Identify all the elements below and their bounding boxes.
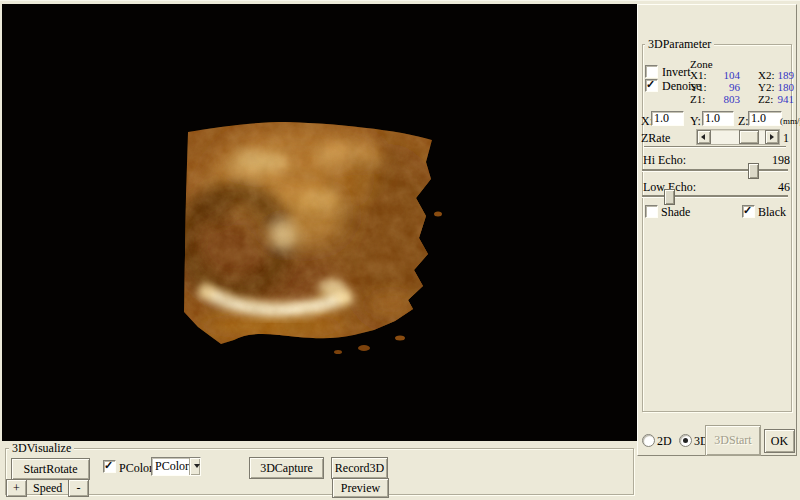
mode-2d-label: 2D <box>657 435 672 447</box>
speed-label: Speed <box>33 482 62 494</box>
ultrasound-3d-render <box>2 4 637 441</box>
ultrasound-volume <box>172 109 448 359</box>
invert-checkbox[interactable] <box>645 65 658 78</box>
group-3dparameter-title: 3DParameter <box>645 38 714 50</box>
scale-y-input[interactable] <box>702 111 734 126</box>
start-rotate-button[interactable]: StartRotate <box>11 458 90 480</box>
scale-x-input[interactable] <box>651 111 684 126</box>
speed-plus-button[interactable]: + <box>6 479 27 497</box>
shade-label: Shade <box>661 206 690 218</box>
scale-unit-label: (mm/p) <box>780 115 800 127</box>
zone-z2-value: 941 <box>770 93 794 105</box>
low-echo-value: 46 <box>766 181 790 193</box>
denoise-checkbox[interactable] <box>645 79 658 92</box>
viewport-3d[interactable] <box>2 4 637 441</box>
hi-echo-slider-thumb[interactable] <box>748 163 759 179</box>
capture-3d-button[interactable]: 3DCapture <box>249 457 324 479</box>
mode-3d-radio[interactable] <box>679 434 692 447</box>
zrate-label: ZRate <box>641 132 670 144</box>
low-echo-slider-thumb[interactable] <box>664 189 675 205</box>
zone-z1-value: 803 <box>712 93 740 105</box>
scale-z-input[interactable] <box>748 111 782 126</box>
record-3d-button[interactable]: Record3D <box>331 457 388 479</box>
zrate-scrollbar[interactable] <box>696 129 780 145</box>
mode-2d-radio[interactable] <box>642 434 655 447</box>
start3d-button[interactable]: 3DStart <box>705 425 761 456</box>
black-checkbox[interactable] <box>742 205 755 218</box>
pcolor-dropdown[interactable]: PColor <box>151 457 201 476</box>
zrate-scrollbar-thumb[interactable] <box>739 130 759 144</box>
black-label: Black <box>758 206 786 218</box>
zone-y2-value: 180 <box>770 81 794 93</box>
zrate-right-arrow-icon[interactable] <box>765 130 779 144</box>
hi-echo-value: 198 <box>766 154 790 166</box>
pcolor-label: PColor <box>119 462 153 474</box>
zrate-value: 1 <box>783 132 789 144</box>
pcolor-checkbox[interactable] <box>103 460 116 473</box>
separator-line <box>644 146 786 148</box>
invert-label: Invert <box>662 66 691 78</box>
zone-x1-value: 104 <box>712 69 740 81</box>
hi-echo-slider-track[interactable] <box>642 169 788 172</box>
zone-y1-label: Y1: <box>690 81 707 93</box>
hi-echo-label: Hi Echo: <box>643 154 686 166</box>
group-3dvisualize-title: 3DVisualize <box>9 442 74 454</box>
scale-y-label: Y: <box>690 115 701 127</box>
preview-button[interactable]: Preview <box>332 478 389 498</box>
zone-x1-label: X1: <box>690 69 707 81</box>
zone-x2-value: 189 <box>770 69 794 81</box>
zone-z1-label: Z1: <box>690 93 705 105</box>
speed-minus-button[interactable]: - <box>68 479 89 497</box>
zone-y1-value: 96 <box>712 81 740 93</box>
parameter-panel: 3DParameter Invert Denoise Zone X1: 104 … <box>637 4 797 456</box>
chevron-down-icon[interactable] <box>189 458 200 475</box>
shade-checkbox[interactable] <box>645 205 658 218</box>
ok-button[interactable]: OK <box>764 429 795 453</box>
app-window: 3DParameter Invert Denoise Zone X1: 104 … <box>0 0 800 500</box>
zrate-left-arrow-icon[interactable] <box>697 130 711 144</box>
pcolor-dropdown-value: PColor <box>152 459 189 474</box>
